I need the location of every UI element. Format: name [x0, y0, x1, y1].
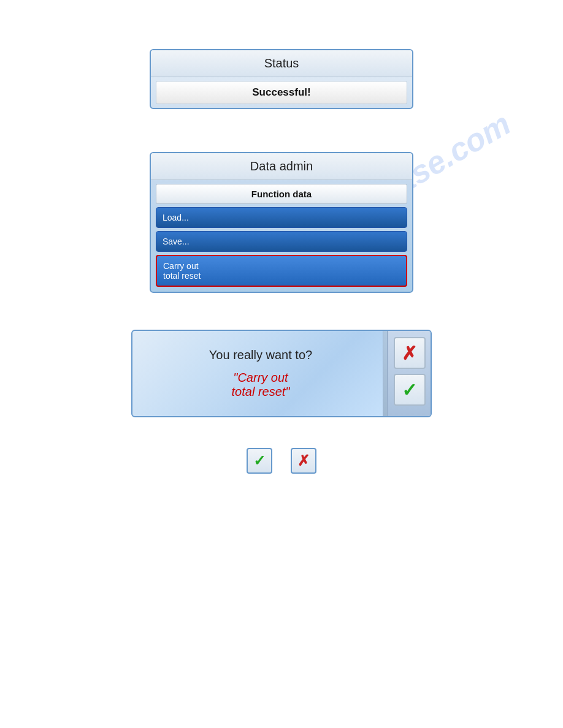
- check-icon: [402, 379, 417, 401]
- x-icon: [402, 343, 417, 364]
- confirm-action: "Carry outtotal reset": [151, 371, 370, 399]
- confirm-dialog: You really want to? "Carry outtotal rese…: [131, 330, 432, 417]
- carry-out-total-reset-button[interactable]: Carry outtotal reset: [156, 255, 407, 287]
- status-value: Successful!: [156, 81, 407, 104]
- confirm-content: You really want to? "Carry outtotal rese…: [132, 331, 383, 416]
- save-button[interactable]: Save...: [156, 231, 407, 252]
- bottom-buttons: [247, 448, 316, 474]
- bottom-accept-button[interactable]: [247, 448, 272, 474]
- confirm-accept-button[interactable]: [394, 374, 426, 406]
- data-admin-title: Data admin: [151, 153, 412, 180]
- status-title: Status: [151, 50, 412, 77]
- status-panel: Status Successful!: [150, 49, 413, 109]
- bottom-reject-button[interactable]: [291, 448, 316, 474]
- bottom-check-icon: [253, 452, 266, 469]
- function-data-label: Function data: [156, 184, 407, 204]
- confirm-buttons: [388, 331, 431, 416]
- bottom-x-icon: [297, 452, 310, 469]
- confirm-question: You really want to?: [151, 348, 370, 362]
- confirm-reject-button[interactable]: [394, 337, 426, 369]
- data-admin-panel: Data admin Function data Load... Save...…: [150, 152, 413, 293]
- load-button[interactable]: Load...: [156, 207, 407, 228]
- confirm-divider: [383, 331, 388, 416]
